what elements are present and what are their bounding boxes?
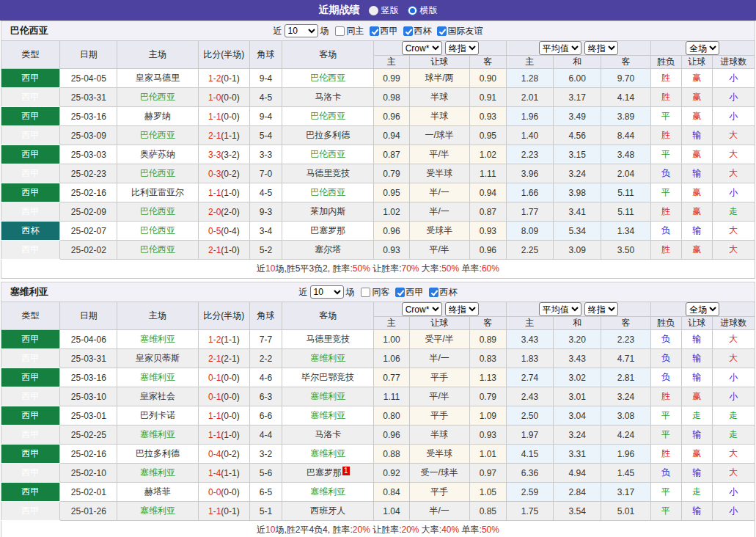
result-value: 胜 bbox=[661, 130, 670, 140]
average-select[interactable]: 平均值 bbox=[539, 41, 581, 55]
score-cell: 2-1(1-0) bbox=[198, 241, 249, 260]
league-checkbox[interactable] bbox=[395, 288, 405, 297]
league-checkbox[interactable] bbox=[403, 26, 413, 36]
crow-away-odds: 0.83 bbox=[469, 349, 506, 368]
league-badge: 西甲 bbox=[1, 368, 60, 387]
crow-odds-select[interactable]: Crow* bbox=[402, 302, 442, 316]
fulltime-score: 0-3 bbox=[208, 169, 221, 179]
league-checkbox-label: 西甲 bbox=[406, 286, 424, 299]
halftime-score: (0-0) bbox=[221, 411, 239, 421]
result-goals: 大 bbox=[712, 126, 755, 145]
away-team: 巴伦西亚 bbox=[310, 187, 345, 197]
crow-away-odds: 0.94 bbox=[469, 183, 506, 202]
home-team-cell: 奥萨苏纳 bbox=[117, 145, 198, 164]
layout-radio-horizontal[interactable]: 横版 bbox=[408, 4, 438, 17]
crow-home-odds: 1.02 bbox=[374, 202, 409, 222]
result-value: 负 bbox=[661, 334, 670, 344]
score-cell: 0-5(0-4) bbox=[198, 222, 249, 241]
final-index-select[interactable]: 终指 bbox=[445, 41, 479, 55]
away-team-cell: 毕尔巴鄂竞技 bbox=[282, 368, 374, 387]
table-row: 西甲25-02-01赫塔菲0-0(0-0)6-5塞维利亚0.84平手1.052.… bbox=[1, 483, 755, 502]
away-team: 塞维利亚 bbox=[310, 448, 345, 459]
table-row: 西甲25-01-26塞维利亚1-1(0-1)5-1西班牙人1.04半/一0.85… bbox=[1, 502, 755, 521]
avg-away-odds: 4.71 bbox=[601, 349, 650, 368]
crow-home-odds: 1.06 bbox=[374, 349, 409, 368]
col-header-0: 类型 bbox=[1, 302, 60, 330]
avg-home-odds: 1.96 bbox=[506, 107, 553, 126]
halftime-score: (3-2) bbox=[221, 150, 239, 160]
crow-handicap: 受一/球半 bbox=[409, 464, 469, 483]
fulltime-score: 1-2 bbox=[208, 335, 221, 345]
crow-handicap: 一/球半 bbox=[409, 126, 469, 145]
match-date: 25-03-03 bbox=[60, 145, 117, 164]
avg-home-odds: 2.43 bbox=[506, 387, 553, 406]
away-team-cell: 塞维利亚 bbox=[282, 445, 374, 464]
home-team: 赫罗纳 bbox=[144, 111, 171, 121]
score-cell: 2-1(2-1) bbox=[198, 349, 249, 368]
avg-home-odds: 3.96 bbox=[506, 164, 553, 183]
away-team-cell: 塞维利亚 bbox=[282, 349, 374, 368]
fulltime-score: 1-1 bbox=[208, 506, 221, 516]
radio-unselected-icon[interactable] bbox=[369, 6, 378, 15]
fulltime-select[interactable]: 全场 bbox=[686, 302, 719, 316]
layout-radio-vertical[interactable]: 竖版 bbox=[369, 4, 399, 17]
result-outcome: 负 bbox=[650, 164, 681, 183]
avg-draw-odds: 3.49 bbox=[554, 107, 601, 126]
halftime-score: (1-0) bbox=[221, 188, 239, 198]
home-team-cell: 巴伦西亚 bbox=[117, 164, 198, 183]
score-cell: 0-4(0-2) bbox=[198, 445, 249, 464]
match-date: 25-03-31 bbox=[60, 88, 117, 107]
radio-horizontal-label: 横版 bbox=[420, 4, 438, 17]
col-header-2: 主场 bbox=[117, 41, 198, 69]
summary-part: 近 bbox=[257, 263, 265, 274]
sub-col-header: 客 bbox=[469, 56, 506, 69]
result-goals: 小 bbox=[712, 502, 755, 521]
corner-score: 6-5 bbox=[249, 483, 282, 502]
crow-odds-select[interactable]: Crow* bbox=[402, 41, 442, 55]
average-select[interactable]: 平均值 bbox=[539, 302, 581, 316]
sub-col-header: 让球 bbox=[681, 317, 712, 330]
home-team-cell: 巴伦西亚 bbox=[117, 88, 198, 107]
fulltime-select[interactable]: 全场 bbox=[686, 41, 719, 55]
table-row: 西甲25-03-16赫罗纳1-1(0-0)9-4巴伦西亚0.96半球0.931.… bbox=[1, 107, 755, 126]
result-goals: 大 bbox=[712, 222, 755, 241]
corner-score: 9-3 bbox=[249, 202, 282, 222]
league-badge: 西甲 bbox=[1, 126, 60, 145]
final-index-select-2[interactable]: 终指 bbox=[584, 302, 618, 316]
radio-selected-icon[interactable] bbox=[408, 6, 417, 15]
final-index-select-2[interactable]: 终指 bbox=[584, 41, 618, 55]
same-venue-checkbox[interactable] bbox=[361, 288, 370, 297]
league-checkbox[interactable] bbox=[370, 26, 379, 36]
result-value: 胜 bbox=[661, 206, 670, 216]
avg-away-odds: 2.23 bbox=[601, 330, 650, 349]
final-index-select[interactable]: 终指 bbox=[445, 302, 479, 316]
crow-handicap: 平手 bbox=[409, 483, 469, 502]
crow-home-odds: 0.99 bbox=[374, 69, 409, 88]
match-date: 25-04-06 bbox=[60, 330, 117, 349]
matches-count-select[interactable]: 10 bbox=[310, 285, 344, 299]
result-goals: 小 bbox=[712, 88, 755, 107]
result-outcome: 平 bbox=[650, 425, 681, 445]
avg-draw-odds: 3.41 bbox=[554, 202, 601, 222]
avg-away-odds: 2.04 bbox=[601, 164, 650, 183]
avg-home-odds: 1.97 bbox=[506, 425, 553, 445]
summary-part: 场,胜5平3负2, 胜率: bbox=[275, 263, 352, 274]
same-venue-checkbox[interactable] bbox=[335, 26, 345, 36]
filter-prefix-label: 近 bbox=[299, 286, 308, 299]
sub-col-header: 客 bbox=[601, 317, 650, 330]
matches-count-select[interactable]: 10 bbox=[285, 24, 318, 37]
col-header-3: 比分(半场) bbox=[198, 302, 249, 330]
table-row: 西杯25-02-07巴伦西亚0-5(0-4)3-4巴塞罗那0.96受球半0.93… bbox=[1, 222, 755, 241]
result-handicap: 输 bbox=[681, 126, 712, 145]
col-header-5: 客场 bbox=[282, 302, 374, 330]
result-goals: 大 bbox=[712, 464, 755, 483]
avg-home-odds: 2.01 bbox=[506, 88, 553, 107]
crow-home-odds: 1.11 bbox=[374, 387, 409, 406]
league-checkbox[interactable] bbox=[437, 26, 447, 36]
league-badge: 西甲 bbox=[1, 202, 60, 222]
league-badge: 西甲 bbox=[1, 349, 60, 368]
crow-away-odds: 1.09 bbox=[469, 406, 506, 425]
summary-part: 20% bbox=[401, 525, 419, 535]
result-value: 输 bbox=[692, 334, 701, 344]
league-checkbox[interactable] bbox=[429, 288, 438, 297]
